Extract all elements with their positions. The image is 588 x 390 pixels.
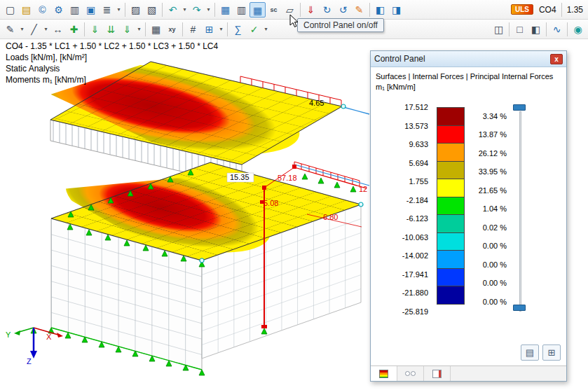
result-info-block: CO4 - 1.35 * LC1 + 1.50 * LC2 + 1.50 * L… — [6, 41, 218, 85]
toolbar-separator — [214, 3, 215, 17]
toolbar-separator — [227, 22, 228, 36]
display-colors-icon[interactable]: ◉ — [570, 22, 586, 37]
split-view-right-icon[interactable]: ◨ — [388, 2, 404, 18]
color-swatch[interactable] — [437, 214, 465, 233]
scale-percent: 13.87 % — [462, 130, 507, 139]
load-case-icon[interactable]: ⇓ — [303, 2, 319, 18]
color-swatch[interactable] — [437, 125, 465, 144]
color-scale-tab-icon — [379, 370, 388, 378]
rotate-view-icon[interactable]: ↻ — [319, 2, 335, 18]
close-icon[interactable]: x — [550, 54, 563, 64]
draw-line-caret-icon[interactable]: ▾ — [42, 22, 50, 37]
view-mode-icon[interactable]: ◧ — [528, 22, 544, 37]
z-axis-label: Z — [27, 357, 32, 365]
control-panel-toggle-button[interactable]: ▦ — [249, 2, 266, 18]
scale-percent: 26.12 % — [462, 149, 507, 158]
scale-range-handle-bottom[interactable] — [513, 305, 526, 311]
toolbar-separator — [567, 22, 568, 36]
tab-filter[interactable] — [424, 366, 451, 381]
edit-caret-icon[interactable]: ▾ — [18, 22, 26, 37]
comment-icon[interactable]: ✎ — [351, 2, 367, 18]
edit-icon[interactable]: ✎ — [2, 22, 18, 37]
about-icon[interactable]: © — [34, 2, 50, 18]
tab-color-scale[interactable] — [371, 366, 397, 381]
toolbar-separator — [125, 3, 125, 17]
color-swatch[interactable] — [437, 161, 465, 180]
options-icon[interactable]: ⚙ — [50, 2, 67, 18]
display-tables-icon[interactable]: ▥ — [233, 2, 249, 18]
dimension-icon[interactable]: ↔ — [50, 22, 66, 37]
split-view-left-icon[interactable]: ◧ — [372, 2, 388, 18]
toolbar-separator — [145, 22, 146, 36]
export-report-icon[interactable]: ▨ — [128, 2, 144, 18]
undo-icon[interactable]: ↶ — [165, 2, 181, 18]
result-label: 12 — [359, 185, 367, 193]
color-scale — [437, 107, 465, 305]
scale-percent: 0.00 % — [462, 260, 507, 269]
mesh-icon[interactable]: # — [185, 22, 201, 37]
redo-icon[interactable]: ↷ — [189, 2, 205, 18]
display-options-button[interactable]: ⊞ — [542, 344, 561, 361]
color-swatch[interactable] — [437, 179, 465, 197]
nodal-load-icon[interactable]: ⇓ — [87, 22, 103, 37]
toolbar-separator — [561, 3, 562, 17]
color-swatch[interactable] — [437, 107, 465, 126]
save-icon[interactable]: ▣ — [83, 2, 99, 18]
info-line-combination: CO4 - 1.35 * LC1 + 1.50 * LC2 + 1.50 * L… — [6, 41, 218, 52]
calculate-caret-icon[interactable]: ▾ — [262, 22, 270, 37]
load-combination-combo[interactable]: CO4 — [539, 5, 556, 15]
mesh-settings-icon[interactable]: ⊞ — [201, 22, 217, 37]
new-model-icon[interactable]: ▢ — [2, 2, 18, 18]
redo-caret-icon[interactable]: ▾ — [205, 2, 212, 18]
tables-icon[interactable]: ▦ — [148, 22, 164, 37]
factors-tab-icon — [411, 371, 416, 376]
print-caret-icon[interactable]: ▾ — [115, 2, 123, 18]
color-swatch[interactable] — [437, 286, 465, 305]
scale-value: -25.819 — [402, 307, 428, 316]
mouse-cursor — [289, 14, 299, 30]
scale-range-track[interactable] — [519, 111, 521, 312]
generate-icon[interactable]: sc — [266, 2, 282, 18]
panel-toggle-icon[interactable]: ◫ — [491, 22, 507, 37]
paste-icon[interactable]: ▥ — [67, 2, 83, 18]
calculate-icon[interactable]: ∑ — [230, 22, 246, 37]
toolbar-separator — [546, 22, 547, 36]
info-line-loads: Loads [kN/m], [kN/m²] — [6, 52, 218, 63]
draw-line-icon[interactable]: ╱ — [26, 22, 42, 37]
axes-triad: X Y Z — [6, 328, 63, 365]
scale-value: 1.755 — [409, 177, 428, 186]
factor-value[interactable]: 1.35 — [567, 5, 583, 15]
coordinate-system-icon[interactable]: xy — [164, 22, 180, 37]
control-panel-titlebar[interactable]: Control Panel x — [371, 51, 566, 67]
mesh-caret-icon[interactable]: ▾ — [217, 22, 225, 37]
line-load-icon[interactable]: ⇊ — [103, 22, 119, 37]
table-manager-icon[interactable]: ▦ — [217, 2, 233, 18]
scale-percent: 0.00 % — [462, 242, 507, 250]
color-swatch[interactable] — [437, 232, 465, 251]
surface-load-icon[interactable]: ⇓ — [119, 22, 135, 37]
color-swatch[interactable] — [437, 250, 465, 269]
cursor-arrow-icon — [289, 14, 299, 28]
print-icon[interactable]: ≣ — [99, 2, 115, 18]
scale-percent: 0.02 % — [462, 223, 507, 232]
check-icon[interactable]: ✓ — [246, 22, 262, 37]
open-model-icon[interactable]: ▤ — [18, 2, 34, 18]
snap-icon[interactable]: ✚ — [66, 22, 82, 37]
scale-range-handle-top[interactable] — [513, 104, 526, 111]
color-swatch[interactable] — [437, 268, 465, 287]
render-mode-icon[interactable]: □ — [512, 22, 528, 37]
undo-caret-icon[interactable]: ▾ — [181, 2, 189, 18]
color-swatch[interactable] — [437, 143, 465, 162]
color-swatch[interactable] — [437, 197, 465, 216]
scale-value: -2.184 — [406, 196, 428, 204]
result-label: 6.80 — [323, 213, 338, 221]
tab-factors[interactable] — [397, 366, 424, 381]
toolbar-separator — [84, 22, 85, 36]
filter-tab-icon — [432, 370, 442, 378]
rotate-back-icon[interactable]: ↺ — [335, 2, 351, 18]
load-caret-icon[interactable]: ▾ — [135, 22, 143, 37]
export-table-icon[interactable]: ▧ — [144, 2, 160, 18]
tooltip: Control Panel on/off — [297, 18, 384, 32]
result-diagram-icon[interactable]: ∿ — [549, 22, 565, 37]
edit-color-scale-button[interactable]: ▤ — [521, 344, 539, 361]
